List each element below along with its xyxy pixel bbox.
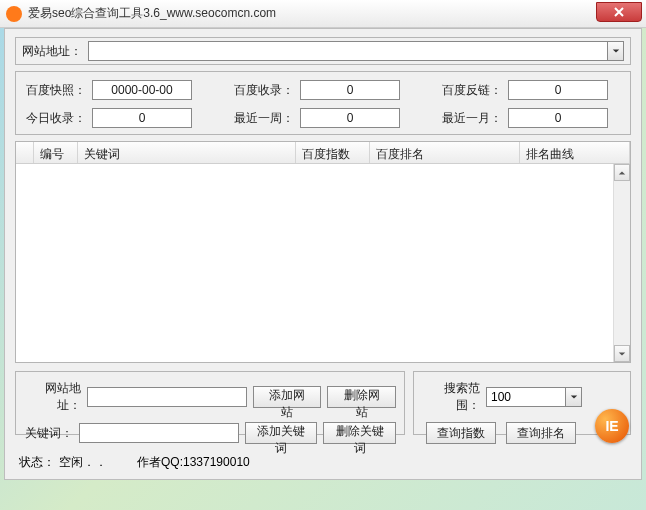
stat-label: 今日收录： — [24, 110, 86, 127]
stat-baidu-indexed: 百度收录： 0 — [232, 80, 414, 100]
status-value: 空闲．． — [59, 455, 107, 469]
results-table: 编号 关键词 百度指数 百度排名 排名曲线 — [15, 141, 631, 363]
add-url-input[interactable] — [87, 387, 247, 407]
col-baidu-index[interactable]: 百度指数 — [296, 142, 370, 163]
col-rank-curve[interactable]: 排名曲线 — [520, 142, 630, 163]
stat-baidu-backlinks: 百度反链： 0 — [440, 80, 622, 100]
stat-value: 0 — [92, 108, 192, 128]
range-label: 搜索范围： — [422, 380, 480, 414]
stat-value: 0 — [300, 80, 400, 100]
col-id[interactable]: 编号 — [34, 142, 78, 163]
stat-label: 百度收录： — [232, 82, 294, 99]
col-baidu-rank[interactable]: 百度排名 — [370, 142, 520, 163]
add-site-button[interactable]: 添加网站 — [253, 386, 322, 408]
col-spacer — [16, 142, 34, 163]
status-value-box: 空闲．． — [59, 454, 107, 471]
add-keyword-button[interactable]: 添加关键词 — [245, 422, 318, 444]
status-bar: 状态： 空闲．． 作者QQ:1337190010 — [15, 451, 631, 473]
stat-today-indexed: 今日收录： 0 — [24, 108, 206, 128]
stat-value: 0000-00-00 — [92, 80, 192, 100]
url-panel: 网站地址： — [15, 37, 631, 65]
add-kw-input[interactable] — [79, 423, 239, 443]
stat-label: 百度反链： — [440, 82, 502, 99]
chevron-down-icon[interactable] — [565, 388, 581, 406]
status-label: 状态： — [15, 454, 59, 471]
add-url-label: 网站地址： — [24, 380, 81, 414]
url-combobox[interactable] — [88, 41, 624, 61]
query-index-button[interactable]: 查询指数 — [426, 422, 496, 444]
stat-value: 0 — [300, 108, 400, 128]
row-query-buttons: 查询指数 查询排名 — [422, 422, 622, 444]
stats-panel: 百度快照： 0000-00-00 百度收录： 0 百度反链： 0 今日收录： 0… — [15, 71, 631, 135]
close-button[interactable] — [596, 2, 642, 22]
range-value: 100 — [491, 390, 511, 404]
col-keyword[interactable]: 关键词 — [78, 142, 296, 163]
range-combobox[interactable]: 100 — [486, 387, 582, 407]
client-area: 网站地址： 百度快照： 0000-00-00 百度收录： 0 百度反链： 0 — [4, 28, 642, 480]
ie-icon[interactable]: IE — [595, 409, 629, 443]
row-add-keyword: 关键词： 添加关键词 删除关键词 — [24, 422, 396, 444]
table-header: 编号 关键词 百度指数 百度排名 排名曲线 — [16, 142, 630, 164]
add-kw-label: 关键词： — [24, 425, 73, 442]
del-keyword-button[interactable]: 删除关键词 — [323, 422, 396, 444]
stats-row-1: 百度快照： 0000-00-00 百度收录： 0 百度反链： 0 — [24, 80, 622, 100]
titlebar: 爱易seo综合查询工具3.6_www.seocomcn.com — [0, 0, 646, 28]
author-info: 作者QQ:1337190010 — [137, 454, 250, 471]
scroll-up-button[interactable] — [614, 164, 630, 181]
stat-last-month: 最近一月： 0 — [440, 108, 622, 128]
stat-label: 最近一周： — [232, 110, 294, 127]
stat-baidu-snapshot: 百度快照： 0000-00-00 — [24, 80, 206, 100]
add-panel: 网站地址： 添加网站 删除网站 关键词： 添加关键词 删除关键词 — [15, 371, 405, 435]
window-title: 爱易seo综合查询工具3.6_www.seocomcn.com — [28, 5, 276, 22]
stat-label: 最近一月： — [440, 110, 502, 127]
del-site-button[interactable]: 删除网站 — [327, 386, 396, 408]
table-body[interactable] — [16, 164, 613, 362]
query-rank-button[interactable]: 查询排名 — [506, 422, 576, 444]
close-icon — [614, 7, 624, 17]
chevron-down-icon[interactable] — [607, 42, 623, 60]
stat-value: 0 — [508, 80, 608, 100]
app-icon — [6, 6, 22, 22]
stat-label: 百度快照： — [24, 82, 86, 99]
row-search-range: 搜索范围： 100 — [422, 380, 622, 414]
url-label: 网站地址： — [22, 43, 82, 60]
row-add-site: 网站地址： 添加网站 删除网站 — [24, 380, 396, 414]
stat-value: 0 — [508, 108, 608, 128]
scroll-down-button[interactable] — [614, 345, 630, 362]
vertical-scrollbar[interactable] — [613, 164, 630, 362]
stat-last-week: 最近一周： 0 — [232, 108, 414, 128]
stats-row-2: 今日收录： 0 最近一周： 0 最近一月： 0 — [24, 108, 622, 128]
